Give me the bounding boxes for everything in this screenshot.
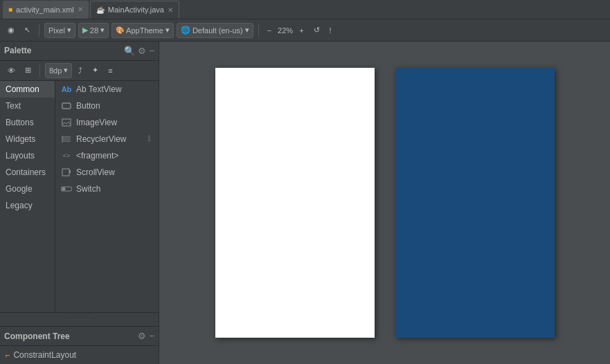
fragment-icon: <>: [61, 150, 72, 161]
palette-item-switch-label: Switch: [76, 184, 100, 194]
api-dropdown[interactable]: ▶ 28 ▾: [78, 23, 109, 38]
palette-sidebar: Palette 🔍 ⚙ − 👁 ⊞ 8dp ▾ ⤴ ✦ ≡ Common Tex…: [0, 42, 159, 364]
cursor-button[interactable]: ↖: [21, 23, 34, 38]
palette-category-common[interactable]: Common: [0, 81, 55, 98]
margin-chevron: ▾: [64, 66, 68, 75]
tab-java-close[interactable]: ✕: [168, 6, 173, 14]
svg-rect-7: [69, 170, 71, 173]
design-toolbar: 👁 ⊞ 8dp ▾ ⤴ ✦ ≡: [0, 61, 159, 81]
palette-item-recyclerview[interactable]: RecyclerView ⬇: [55, 131, 159, 147]
palette-item-fragment-label: <fragment>: [76, 151, 118, 161]
tab-bar: ■ activity_main.xml ✕ ☕ MainActivity.jav…: [0, 0, 610, 19]
pixel-label: Pixel: [48, 26, 65, 35]
palette-item-textview[interactable]: Ab Ab TextView: [55, 81, 159, 98]
content-area: [159, 42, 610, 364]
zoom-label: 22%: [278, 26, 293, 35]
component-tree: Component Tree ⚙ − ⌐ ConstraintLayout: [0, 326, 159, 364]
svg-point-9: [62, 187, 66, 190]
tree-item-constraintlayout[interactable]: ⌐ ConstraintLayout: [6, 349, 153, 361]
align-button[interactable]: ≡: [105, 63, 116, 78]
palette-item-switch[interactable]: Switch: [55, 181, 159, 197]
button-icon: [61, 100, 72, 111]
api-label: 28: [90, 26, 98, 35]
toolbar-divider-2: [258, 24, 259, 37]
palette-item-fragment[interactable]: <> <fragment>: [55, 147, 159, 164]
locale-chevron: ▾: [245, 26, 249, 35]
tab-mainactivity-java[interactable]: ☕ MainActivity.java ✕: [90, 1, 179, 19]
palette-item-button[interactable]: Button: [55, 98, 159, 114]
pixel-dropdown[interactable]: Pixel ▾: [44, 23, 75, 38]
component-tree-collapse-icon[interactable]: −: [149, 331, 154, 341]
palette-items: Ab Ab TextView Button ImageView: [55, 81, 159, 313]
svg-rect-6: [62, 169, 69, 176]
textview-icon: Ab: [61, 84, 72, 95]
imageview-icon: [61, 117, 72, 128]
palette-title: Palette: [4, 46, 121, 55]
margin-label: 8dp: [49, 66, 62, 75]
xml-icon: ■: [8, 6, 12, 13]
path-button[interactable]: ⤴: [75, 63, 86, 78]
palette-item-imageview[interactable]: ImageView: [55, 114, 159, 131]
margin-dropdown[interactable]: 8dp ▾: [45, 63, 72, 78]
palette-category-google[interactable]: Google: [0, 181, 55, 197]
palette-category-text[interactable]: Text: [0, 98, 55, 114]
palette-category-layouts[interactable]: Layouts: [0, 147, 55, 164]
palette-categories: Common Text Buttons Widgets Layouts Cont…: [0, 81, 55, 313]
design-divider-1: [39, 64, 40, 77]
component-tree-title: Component Tree: [4, 331, 135, 341]
canvas-area: [159, 42, 610, 364]
palette-category-buttons[interactable]: Buttons: [0, 114, 55, 131]
api-chevron: ▾: [100, 26, 105, 35]
locale-icon: 🌐: [181, 26, 190, 35]
component-tree-settings-icon[interactable]: ⚙: [138, 331, 146, 341]
scrollview-icon: [61, 167, 72, 178]
tab-xml-close[interactable]: ✕: [78, 6, 83, 13]
palette-item-imageview-label: ImageView: [76, 118, 117, 127]
design-phone-frame: [215, 68, 375, 338]
theme-label: AppTheme: [126, 26, 163, 35]
component-tree-header: Component Tree ⚙ −: [0, 327, 159, 346]
recyclerview-icon: [61, 134, 72, 145]
blueprint-button[interactable]: ⊞: [21, 63, 35, 78]
palette-category-containers[interactable]: Containers: [0, 164, 55, 181]
zoom-out-button[interactable]: −: [264, 23, 275, 38]
design-mode-button[interactable]: ◉: [4, 23, 18, 38]
tab-xml-label: activity_main.xml: [16, 6, 74, 14]
palette-item-scrollview[interactable]: ScrollView: [55, 164, 159, 181]
tab-activity-main-xml[interactable]: ■ activity_main.xml ✕: [3, 1, 89, 19]
palette-category-legacy[interactable]: Legacy: [0, 197, 55, 214]
blueprint-phone-frame: [395, 68, 555, 338]
palette-search-icon[interactable]: 🔍: [124, 46, 135, 56]
svg-rect-0: [62, 103, 71, 109]
palette-category-widgets[interactable]: Widgets: [0, 131, 55, 147]
palette-settings-icon[interactable]: ⚙: [138, 46, 146, 56]
palette-collapse-icon[interactable]: −: [149, 46, 154, 56]
theme-chevron: ▾: [165, 26, 170, 35]
refresh-button[interactable]: ↺: [310, 23, 323, 38]
api-icon: ▶: [82, 26, 88, 35]
tab-java-label: MainActivity.java: [108, 6, 164, 14]
theme-icon: 🎨: [116, 26, 124, 34]
locale-label: Default (en-us): [192, 26, 243, 35]
constraint-layout-icon: ⌐: [6, 351, 10, 359]
toolbar-divider-1: [39, 24, 39, 37]
zoom-in-button[interactable]: +: [296, 23, 307, 38]
palette-item-textview-label: Ab TextView: [76, 84, 122, 94]
palette-content: Common Text Buttons Widgets Layouts Cont…: [0, 81, 159, 313]
pixel-chevron: ▾: [67, 26, 71, 35]
palette-item-scrollview-label: ScrollView: [76, 167, 115, 177]
component-tree-body: ⌐ ConstraintLayout: [0, 346, 159, 364]
palette-scroll-indicator: · · · · · ·: [0, 312, 159, 326]
warning-button[interactable]: !: [326, 23, 335, 38]
eye-button[interactable]: 👁: [4, 63, 19, 78]
recyclerview-download-icon: ⬇: [145, 134, 153, 144]
palette-item-button-label: Button: [76, 101, 100, 111]
locale-dropdown[interactable]: 🌐 Default (en-us) ▾: [177, 23, 253, 38]
switch-icon: [61, 183, 72, 194]
theme-dropdown[interactable]: 🎨 AppTheme ▾: [111, 23, 174, 38]
java-icon: ☕: [96, 6, 105, 14]
main-toolbar: ◉ ↖ Pixel ▾ ▶ 28 ▾ 🎨 AppTheme ▾ 🌐 Defaul…: [0, 19, 610, 42]
constraint-layout-label: ConstraintLayout: [13, 350, 76, 360]
magic-button[interactable]: ✦: [89, 63, 102, 78]
palette-header: Palette 🔍 ⚙ −: [0, 42, 159, 61]
